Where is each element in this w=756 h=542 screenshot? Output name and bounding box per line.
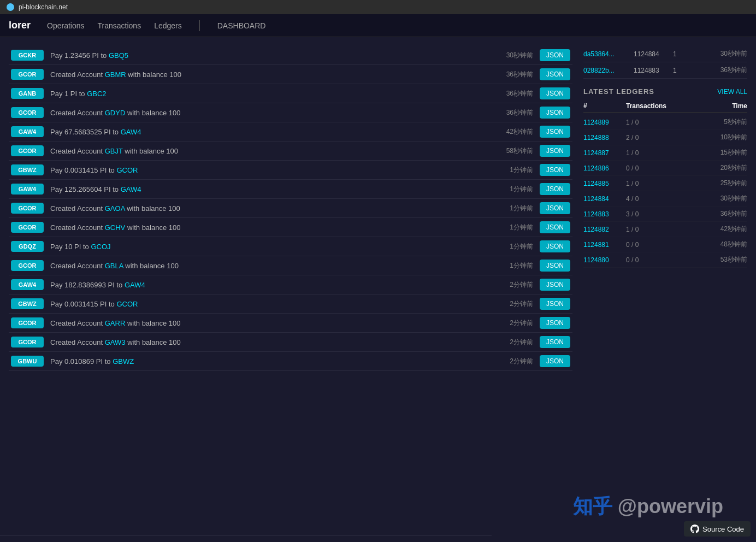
op-badge[interactable]: GCOR bbox=[11, 203, 44, 214]
ledger-number[interactable]: 1124887 bbox=[583, 149, 622, 157]
op-highlight[interactable]: GDYD bbox=[105, 109, 126, 117]
json-button[interactable]: JSON bbox=[540, 183, 570, 195]
ledger-time: 48秒钟前 bbox=[709, 240, 747, 249]
json-button[interactable]: JSON bbox=[540, 279, 570, 291]
op-badge[interactable]: GDQZ bbox=[11, 241, 44, 252]
ledger-number[interactable]: 1124888 bbox=[583, 134, 622, 142]
json-button[interactable]: JSON bbox=[540, 68, 570, 80]
ledger-txns: 1 / 0 bbox=[626, 226, 705, 233]
ledger-txns: 2 / 0 bbox=[626, 134, 705, 142]
op-highlight[interactable]: GCHV bbox=[105, 223, 126, 232]
ledger-number[interactable]: 1124889 bbox=[583, 119, 622, 126]
op-time: 1分钟前 bbox=[495, 223, 533, 232]
op-highlight[interactable]: GBQ5 bbox=[109, 51, 128, 60]
op-highlight[interactable]: GCOJ bbox=[91, 243, 110, 251]
op-row: GAW4Pay 67.5683525 PI to GAW442秒钟前JSON bbox=[9, 122, 572, 142]
json-button[interactable]: JSON bbox=[540, 298, 570, 310]
txn-ledger[interactable]: 1124883 bbox=[634, 67, 666, 74]
json-button[interactable]: JSON bbox=[540, 240, 570, 252]
col-txns-label: Transactions bbox=[626, 102, 705, 110]
ledger-time: 15秒钟前 bbox=[709, 148, 747, 157]
op-badge[interactable]: GBWZ bbox=[11, 298, 44, 309]
op-badge[interactable]: GAW4 bbox=[11, 126, 44, 137]
op-badge[interactable]: GCOR bbox=[11, 222, 44, 233]
op-highlight[interactable]: GAW4 bbox=[125, 281, 145, 289]
ledger-number[interactable]: 1124883 bbox=[583, 210, 622, 218]
ledger-number[interactable]: 1124882 bbox=[583, 226, 622, 233]
op-highlight[interactable]: GBC2 bbox=[87, 90, 106, 98]
op-time: 2分钟前 bbox=[495, 338, 533, 347]
op-badge[interactable]: GANB bbox=[11, 88, 44, 99]
json-button[interactable]: JSON bbox=[540, 107, 570, 119]
ledger-row: 1124889 1 / 0 5秒钟前 bbox=[583, 115, 747, 130]
op-description: Pay 1 PI to GBC2 bbox=[50, 90, 488, 98]
op-badge[interactable]: GCOR bbox=[11, 260, 44, 271]
nav-link-transactions[interactable]: Transactions bbox=[98, 19, 141, 32]
op-highlight[interactable]: GAW4 bbox=[121, 185, 141, 193]
txn-ledger[interactable]: 1124884 bbox=[634, 50, 666, 58]
op-badge[interactable]: GCOR bbox=[11, 107, 44, 118]
ledger-number[interactable]: 1124880 bbox=[583, 256, 622, 264]
op-highlight[interactable]: GBJT bbox=[105, 147, 123, 155]
ledger-time: 36秒钟前 bbox=[709, 209, 747, 219]
op-description: Created Account GBMR with balance 100 bbox=[50, 70, 488, 79]
op-badge[interactable]: GAW4 bbox=[11, 279, 44, 290]
json-button[interactable]: JSON bbox=[540, 260, 570, 272]
op-description: Pay 125.265604 PI to GAW4 bbox=[50, 185, 488, 193]
op-highlight[interactable]: GAW4 bbox=[121, 128, 141, 136]
op-highlight[interactable]: GARR bbox=[105, 319, 126, 327]
nav-link-operations[interactable]: Operations bbox=[47, 19, 84, 32]
txn-hash[interactable]: 028822b... bbox=[583, 67, 627, 74]
ledger-row: 1124887 1 / 0 15秒钟前 bbox=[583, 145, 747, 161]
json-button[interactable]: JSON bbox=[540, 49, 570, 61]
ledger-time: 30秒钟前 bbox=[709, 194, 747, 203]
op-badge[interactable]: GCOR bbox=[11, 317, 44, 328]
op-highlight[interactable]: GBMR bbox=[105, 70, 126, 79]
ledger-txns: 1 / 0 bbox=[626, 119, 705, 126]
op-highlight[interactable]: GBWZ bbox=[113, 357, 134, 366]
op-highlight[interactable]: GAOA bbox=[105, 204, 125, 213]
op-time: 1分钟前 bbox=[495, 242, 533, 251]
op-row: GCORCreated Account GBLA with balance 10… bbox=[9, 256, 572, 275]
op-highlight[interactable]: GCOR bbox=[116, 300, 138, 308]
ledger-number[interactable]: 1124881 bbox=[583, 241, 622, 249]
ledger-txns: 4 / 0 bbox=[626, 195, 705, 203]
op-time: 2分钟前 bbox=[495, 299, 533, 309]
json-button[interactable]: JSON bbox=[540, 336, 570, 348]
op-time: 1分钟前 bbox=[495, 261, 533, 270]
op-row: GBWZPay 0.0031415 PI to GCOR1分钟前JSON bbox=[9, 161, 572, 180]
op-badge[interactable]: GCOR bbox=[11, 69, 44, 80]
op-description: Created Account GAW3 with balance 100 bbox=[50, 338, 488, 346]
json-button[interactable]: JSON bbox=[540, 164, 570, 176]
json-button[interactable]: JSON bbox=[540, 355, 570, 367]
ledger-number[interactable]: 1124886 bbox=[583, 164, 622, 172]
op-badge[interactable]: GAW4 bbox=[11, 184, 44, 195]
ledger-txns: 1 / 0 bbox=[626, 180, 705, 187]
json-button[interactable]: JSON bbox=[540, 221, 570, 233]
txn-time: 30秒钟前 bbox=[690, 49, 747, 58]
ledger-number[interactable]: 1124885 bbox=[583, 180, 622, 187]
op-highlight[interactable]: GCOR bbox=[116, 166, 138, 174]
source-code-button[interactable]: Source Code bbox=[684, 521, 751, 537]
json-button[interactable]: JSON bbox=[540, 317, 570, 329]
nav-link-dashboard[interactable]: DASHBOARD bbox=[217, 21, 266, 30]
ledger-number[interactable]: 1124884 bbox=[583, 195, 622, 203]
footer: Tên miền và Server chứa Website này được… bbox=[0, 535, 492, 542]
json-button[interactable]: JSON bbox=[540, 126, 570, 138]
json-button[interactable]: JSON bbox=[540, 87, 570, 99]
op-badge[interactable]: GCKR bbox=[11, 50, 44, 61]
op-badge[interactable]: GBWZ bbox=[11, 164, 44, 175]
op-badge[interactable]: GCOR bbox=[11, 337, 44, 347]
op-badge[interactable]: GCOR bbox=[11, 145, 44, 156]
nav-link-ledgers[interactable]: Ledgers bbox=[154, 19, 182, 32]
op-highlight[interactable]: GAW3 bbox=[105, 338, 126, 346]
json-button[interactable]: JSON bbox=[540, 202, 570, 214]
op-highlight[interactable]: GBLA bbox=[105, 262, 123, 270]
op-time: 36秒钟前 bbox=[495, 70, 533, 79]
json-button[interactable]: JSON bbox=[540, 145, 570, 157]
op-description: Pay 182.8386993 PI to GAW4 bbox=[50, 281, 488, 289]
txn-hash[interactable]: da53864... bbox=[583, 50, 627, 58]
view-all-link[interactable]: VIEW ALL bbox=[717, 88, 747, 96]
op-badge[interactable]: GBWU bbox=[11, 356, 44, 367]
op-time: 2分钟前 bbox=[495, 280, 533, 290]
